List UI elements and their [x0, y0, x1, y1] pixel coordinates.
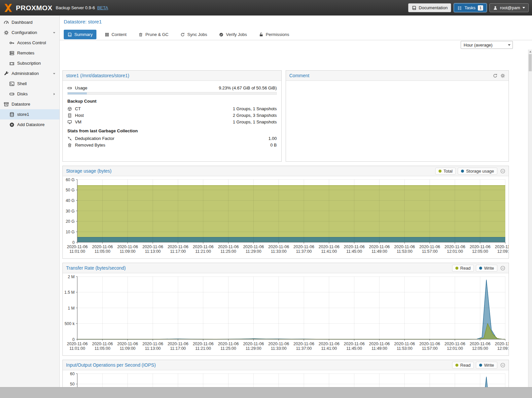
- collapse-icon[interactable]: [500, 266, 505, 271]
- select-trigger[interactable]: [506, 41, 513, 49]
- sidebar-item-label: Access Control: [17, 40, 46, 45]
- scrollbar-thumb[interactable]: [529, 54, 532, 71]
- sidebar-item-label: Configuration: [12, 30, 37, 35]
- sidebar-item-dashboard[interactable]: Dashboard: [0, 17, 59, 27]
- refresh-icon[interactable]: [493, 73, 498, 78]
- sidebar-item-label: Administration: [12, 71, 39, 76]
- svg-text:2020-11-06: 2020-11-06: [117, 245, 138, 249]
- trash-icon: [138, 32, 143, 37]
- tab-prune-gc[interactable]: Prune & GC: [135, 30, 172, 39]
- chevron-down-icon[interactable]: [52, 31, 56, 35]
- sidebar-item-add-datastore[interactable]: Add Datastore: [0, 119, 59, 130]
- svg-text:2020-11-06: 2020-11-06: [369, 245, 390, 249]
- legend-total[interactable]: Total: [435, 168, 456, 175]
- svg-text:2020-11-06: 2020-11-06: [193, 342, 214, 346]
- comment-body[interactable]: [286, 81, 509, 90]
- legend-write[interactable]: Write: [476, 362, 497, 369]
- svg-text:11:37:00: 11:37:00: [296, 249, 312, 254]
- tasks-button[interactable]: Tasks 1: [454, 3, 487, 12]
- svg-text:11:41:00: 11:41:00: [321, 249, 337, 254]
- legend-storage-usage[interactable]: Storage usage: [458, 168, 497, 175]
- tab-sync-jobs[interactable]: Sync Jobs: [177, 30, 211, 39]
- horizontal-scrollbar[interactable]: [0, 387, 532, 398]
- legend-label: Total: [443, 169, 452, 174]
- sidebar-item-datastore[interactable]: Datastore: [0, 99, 59, 109]
- chevron-right-icon[interactable]: [52, 92, 56, 96]
- transfer-rate-chart: 0500 k1 M1.5 M2 M2020-11-0611:01:002020-…: [63, 273, 509, 355]
- svg-text:11:01:00: 11:01:00: [69, 249, 85, 254]
- collapse-icon[interactable]: [500, 169, 505, 174]
- legend-read[interactable]: Read: [452, 265, 474, 272]
- tab-content[interactable]: Content: [101, 30, 130, 39]
- tab-label: Prune & GC: [145, 32, 168, 37]
- legend-dot-write: [479, 267, 482, 270]
- scrollbar-up-arrow[interactable]: [528, 50, 532, 54]
- vm-row: VM 1 Groups, 1 Snapshots: [67, 119, 277, 124]
- gear-icon[interactable]: [500, 73, 505, 78]
- svg-text:2 M: 2 M: [68, 275, 75, 279]
- sidebar-item-label: Disks: [17, 91, 28, 96]
- usage-progress-fill: [68, 92, 87, 94]
- host-label: Host: [75, 113, 84, 118]
- summary-scroll-area: store1 (/mnt/datastores/store1) Usage 9.…: [60, 65, 532, 387]
- sidebar-item-configuration[interactable]: Configuration: [0, 27, 59, 38]
- datastore-info-panel: store1 (/mnt/datastores/store1) Usage 9.…: [62, 70, 282, 162]
- removed-bytes-value: 0 B: [270, 143, 277, 148]
- legend-dot-read: [455, 267, 458, 270]
- svg-text:11:25:00: 11:25:00: [221, 249, 236, 254]
- tab-verify-jobs[interactable]: Verify Jobs: [215, 30, 251, 39]
- sidebar-item-remotes[interactable]: Remotes: [0, 48, 59, 58]
- svg-text:2020-11-06: 2020-11-06: [218, 342, 239, 346]
- cogs-icon: [4, 30, 9, 35]
- collapse-icon[interactable]: [500, 363, 505, 368]
- tasks-label: Tasks: [464, 5, 475, 10]
- vm-label: VM: [75, 119, 82, 124]
- sidebar-item-shell[interactable]: Shell: [0, 79, 59, 89]
- documentation-button[interactable]: Documentation: [408, 3, 451, 12]
- beta-link[interactable]: BETA: [97, 5, 108, 10]
- svg-text:11:49:00: 11:49:00: [372, 346, 387, 351]
- svg-text:40 G: 40 G: [66, 198, 75, 203]
- svg-text:2020-11-06: 2020-11-06: [294, 245, 314, 249]
- sidebar-item-administration[interactable]: Administration: [0, 68, 59, 79]
- main-content: Datastore: store1 Summary Content Prune …: [60, 16, 532, 398]
- legend-write[interactable]: Write: [476, 265, 497, 272]
- svg-text:12:05:00: 12:05:00: [472, 346, 488, 351]
- svg-text:11:17:00: 11:17:00: [170, 249, 186, 254]
- legend-read[interactable]: Read: [452, 362, 474, 369]
- archive-icon: [4, 102, 9, 107]
- ct-row: CT 1 Groups, 1 Snapshots: [67, 106, 277, 111]
- usage-label: Usage: [75, 85, 88, 90]
- sidebar-item-subscription[interactable]: Subscription: [0, 58, 59, 68]
- dedup-value: 1.00: [268, 136, 277, 141]
- host-row: Host 2 Groups, 3 Snapshots: [67, 113, 277, 118]
- brand-name: PROXMOX: [16, 4, 53, 12]
- legend-label: Write: [484, 266, 494, 271]
- backup-count-heading: Backup Count: [67, 99, 277, 104]
- time-range-select[interactable]: Hour (average): [461, 41, 513, 49]
- sidebar-item-disks[interactable]: Disks: [0, 89, 59, 99]
- legend-dot-storage-usage: [461, 170, 464, 173]
- product-version: Backup Server 0.9-6: [56, 5, 95, 10]
- svg-text:2020-11-06: 2020-11-06: [444, 245, 465, 249]
- user-menu-button[interactable]: root@pam: [489, 3, 529, 12]
- sidebar-item-store1[interactable]: store1: [0, 109, 59, 119]
- svg-text:2020-11-06: 2020-11-06: [193, 245, 214, 249]
- sidebar-item-access-control[interactable]: Access Control: [0, 38, 59, 48]
- tab-permissions[interactable]: Permissions: [255, 30, 293, 39]
- svg-text:2020-11-06: 2020-11-06: [142, 245, 163, 249]
- legend-dot-read: [455, 364, 458, 367]
- top-bar: PROXMOX Backup Server 0.9-6 BETA Documen…: [0, 0, 532, 16]
- dedup-label: Deduplication Factor: [75, 136, 114, 141]
- svg-text:2020-11-06: 2020-11-06: [394, 245, 415, 249]
- proxmox-x-icon: [3, 3, 13, 13]
- key-icon: [9, 40, 15, 46]
- chevron-down-icon[interactable]: [52, 72, 56, 76]
- terminal-icon: [9, 81, 15, 86]
- hdd-icon: [9, 91, 15, 97]
- tab-summary[interactable]: Summary: [64, 30, 96, 39]
- chevron-down-icon: [508, 44, 511, 46]
- usage-progress-bar: [67, 92, 277, 95]
- sidebar-item-label: Add Datastore: [17, 122, 45, 127]
- vertical-scrollbar[interactable]: [528, 50, 532, 387]
